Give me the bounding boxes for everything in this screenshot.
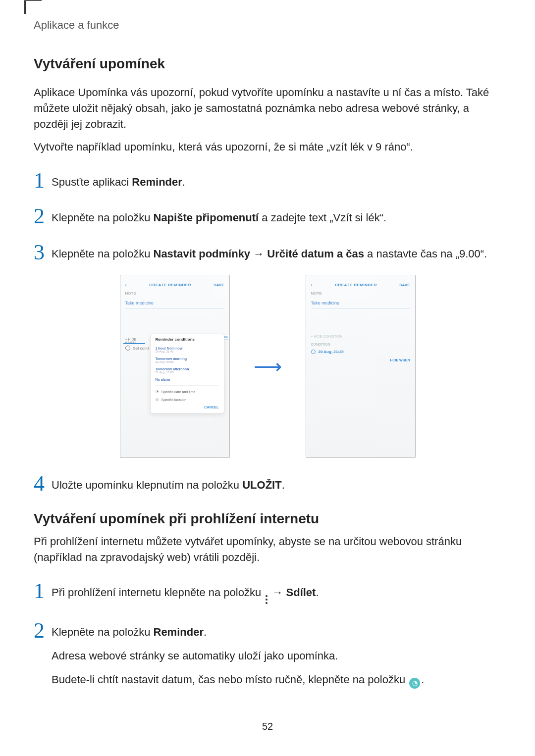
breadcrumb: Aplikace a funkce [34, 19, 119, 32]
step-subtext: Budete-li chtít nastavit datum, čas nebo… [52, 672, 501, 689]
dd-item-l1: Tomorrow morning [156, 357, 219, 360]
section1-para2: Vytvořte například upomínku, která vás u… [34, 139, 501, 155]
screen-title: CREATE REMINDER [335, 283, 377, 287]
step-text: Klepněte na položku Reminder. Adresa web… [52, 624, 501, 689]
t: a zadejte text „Vzít si lék“. [259, 211, 386, 224]
t-bold: Sdílet [286, 586, 316, 599]
clock-icon: ◔ [156, 390, 159, 394]
dd-title: Reminder conditions [156, 337, 219, 342]
dd-specific-location: ◎ Specific location [156, 396, 219, 403]
reminder-text-field: Take medicine [311, 297, 410, 309]
step-text: Spusťte aplikaci Reminder. [52, 174, 501, 190]
ordered-list-1: 1 Spusťte aplikaci Reminder. 2 Klepněte … [34, 168, 501, 262]
step-number: 2 [34, 620, 52, 642]
step-4: 4 Uložte upomínku klepnutím na položku U… [34, 471, 501, 493]
arrow-icon: ⟶ [254, 355, 282, 378]
more-vert-icon [265, 595, 268, 604]
step-number: 3 [34, 242, 52, 263]
t: . [182, 176, 185, 188]
figure: ‹ CREATE REMINDER SAVE NOTE Take medicin… [34, 275, 501, 458]
dd-cancel: CANCEL [156, 405, 219, 409]
section1-para1: Aplikace Upomínka vás upozorní, pokud vy… [34, 85, 501, 132]
step-text: Klepněte na položku Napište připomenutí … [52, 210, 501, 226]
t: Klepněte na položku [52, 626, 154, 638]
section-title-2: Vytváření upomínek při prohlížení intern… [34, 511, 501, 527]
spine-mark [24, 0, 26, 14]
note-label: NOTE [125, 291, 136, 296]
set-cond-row: Set cond [125, 346, 149, 351]
spine-mark-top [24, 0, 42, 1]
condition-label: CONDITION [311, 343, 330, 346]
dd-item: Tomorrow afternoon 21 Aug, 15:00 [156, 365, 219, 376]
t-bold: Napište připomenutí [154, 211, 259, 224]
dd-item-l1: Tomorrow afternoon [156, 367, 219, 371]
dd-item: No alarm [156, 376, 219, 383]
arrow-inline: → [250, 248, 267, 260]
step-number: 1 [34, 580, 52, 602]
t: Při prohlížení internetu klepněte na pol… [52, 586, 264, 599]
step-2: 2 Klepněte na položku Napište připomenut… [34, 203, 501, 226]
t: a nastavte čas na „9.00“. [364, 248, 487, 260]
section-title-1: Vytváření upomínek [34, 56, 501, 72]
back-icon: ‹ [125, 282, 127, 288]
t: . [421, 673, 424, 686]
step-number: 2 [34, 205, 52, 227]
set-cond-label: Set cond [133, 346, 149, 351]
section2-para: Při prohlížení internetu můžete vytvářet… [34, 534, 501, 565]
hide-condition-label: + HIDE CONDITION [311, 335, 410, 338]
dd-item: Tomorrow morning 21 Aug, 09:00 [156, 355, 219, 365]
schedule-text: 20 Aug, 21:45 [319, 350, 344, 354]
arrow-inline: → [269, 586, 286, 599]
dd-item-l2: 21 Aug, 09:00 [156, 360, 219, 363]
conditions-dropdown: Reminder conditions 1 hour from now 20 A… [150, 334, 224, 413]
note-label: NOTE [311, 291, 322, 296]
reminder-round-icon: ◔ [409, 678, 420, 689]
step-3: 3 Klepněte na položku Nastavit podmínky … [34, 240, 501, 262]
tab-hidewhen: + HIDE WHEN [120, 336, 148, 347]
step-text: Klepněte na položku Nastavit podmínky → … [52, 246, 501, 262]
step-subtext: Adresa webové stránky se automatiky ulož… [52, 648, 501, 664]
screenshot-topbar: ‹ CREATE REMINDER SAVE [125, 280, 224, 289]
screen-title: CREATE REMINDER [149, 283, 191, 287]
dd-item-l1: 1 hour from now [156, 347, 219, 350]
tab-underline [123, 343, 145, 344]
t: Uložte upomínku klepnutím na položku [52, 479, 242, 491]
reminder-text-field: Take medicine [125, 297, 224, 309]
page: Aplikace a funkce Vytváření upomínek Apl… [0, 0, 535, 756]
clock-icon [311, 350, 316, 354]
save-label: SAVE [399, 283, 410, 287]
step-text: Uložte upomínku klepnutím na položku ULO… [52, 477, 501, 493]
t-bold: Reminder [154, 626, 204, 638]
t-bold: Určité datum a čas [267, 248, 364, 260]
t: . [282, 479, 285, 491]
screenshot-right: ‹ CREATE REMINDER SAVE NOTE Take medicin… [306, 275, 416, 458]
back-icon: ‹ [311, 282, 313, 288]
dd-item-l1: No alarm [156, 378, 219, 381]
content: Vytváření upomínek Aplikace Upomínka vás… [34, 56, 501, 689]
t-bold: Reminder [132, 176, 182, 188]
location-icon: ◎ [156, 398, 159, 402]
save-label: SAVE [214, 283, 224, 287]
t: Budete-li chtít nastavit datum, čas nebo… [52, 673, 408, 686]
screenshot-left: ‹ CREATE REMINDER SAVE NOTE Take medicin… [120, 275, 230, 458]
dd-label: Specific location [161, 398, 187, 402]
screenshot-topbar: ‹ CREATE REMINDER SAVE [311, 280, 410, 289]
dd-label: Specific date and time [161, 390, 196, 394]
step-1b: 1 Při prohlížení internetu klepněte na p… [34, 578, 501, 604]
ordered-list-1b: 4 Uložte upomínku klepnutím na položku U… [34, 471, 501, 493]
t: . [316, 586, 319, 599]
ring-icon [125, 346, 130, 351]
dd-item: 1 hour from now 20 Aug, 21:45 [156, 345, 219, 355]
step-number: 4 [34, 473, 52, 495]
dd-item-l2: 21 Aug, 15:00 [156, 371, 219, 374]
dd-specific-datetime: ◔ Specific date and time [156, 388, 219, 396]
hide-when-link: HIDE WHEN [390, 358, 410, 362]
step-1: 1 Spusťte aplikaci Reminder. [34, 168, 501, 190]
divider [156, 385, 219, 386]
t: Klepněte na položku [52, 211, 154, 224]
step-text: Při prohlížení internetu klepněte na pol… [52, 585, 501, 604]
t-bold: ULOŽIT [242, 479, 281, 491]
dd-item-l2: 20 Aug, 21:45 [156, 350, 219, 353]
ordered-list-2: 1 Při prohlížení internetu klepněte na p… [34, 578, 501, 689]
step-2b: 2 Klepněte na položku Reminder. Adresa w… [34, 618, 501, 689]
